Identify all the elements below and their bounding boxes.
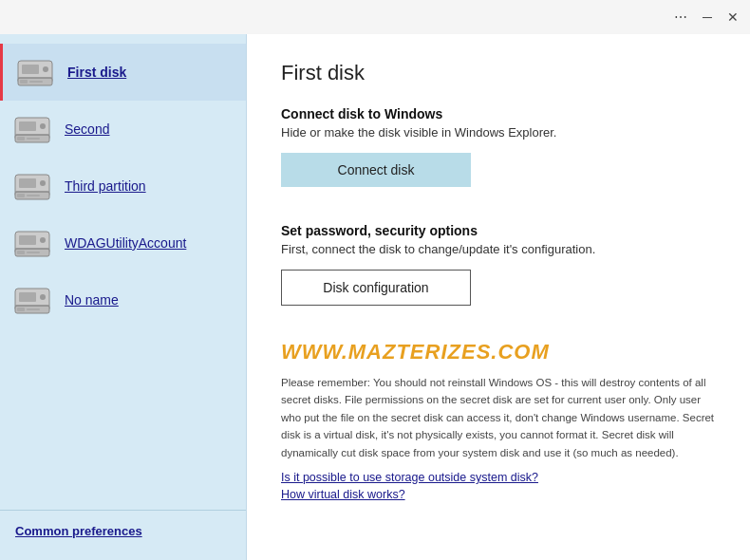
sidebar-label-wdag: WDAGUtilityAccount (65, 235, 186, 251)
sidebar-label-no-name: No name (65, 292, 119, 308)
sidebar: First disk Second (0, 34, 247, 560)
svg-rect-5 (20, 80, 28, 84)
svg-rect-3 (43, 66, 48, 72)
disk-icon-first (14, 53, 56, 91)
close-button[interactable]: ✕ (727, 10, 739, 24)
more-button[interactable]: ⋯ (674, 10, 687, 24)
sidebar-label-third-partition: Third partition (65, 178, 146, 194)
sidebar-item-no-name[interactable]: No name (0, 271, 246, 328)
sidebar-item-second[interactable]: Second (0, 101, 246, 158)
svg-rect-24 (40, 237, 46, 243)
disk-icon-noname (11, 281, 53, 319)
svg-rect-30 (19, 292, 36, 302)
config-section: Set password, security options First, co… (281, 223, 716, 306)
config-section-desc: First, connect the disk to change/update… (281, 242, 716, 256)
svg-rect-17 (40, 180, 46, 186)
svg-rect-20 (27, 195, 40, 196)
sidebar-item-first-disk[interactable]: First disk (0, 44, 246, 101)
watermark: WWW.MAZTERIZES.COM (281, 340, 716, 364)
app-container: First disk Second (0, 34, 750, 560)
disk-icon-third (11, 167, 53, 205)
virtual-disk-link[interactable]: How virtual disk works? (281, 488, 716, 501)
sidebar-item-wdag[interactable]: WDAGUtilityAccount (0, 215, 246, 271)
svg-rect-16 (19, 178, 36, 188)
svg-rect-26 (17, 251, 25, 254)
connect-section: Connect disk to Windows Hide or make the… (281, 106, 716, 187)
connect-section-desc: Hide or make the disk visible in Windows… (281, 125, 716, 140)
sidebar-item-third-partition[interactable]: Third partition (0, 158, 246, 215)
disk-configuration-button[interactable]: Disk configuration (281, 270, 471, 306)
sidebar-label-first-disk: First disk (67, 65, 126, 80)
svg-rect-10 (40, 123, 46, 129)
notice-text: Please remember: You should not reinstal… (281, 374, 716, 461)
svg-rect-34 (27, 308, 40, 310)
page-title: First disk (281, 61, 716, 85)
storage-link[interactable]: Is it possible to use storage outside sy… (281, 471, 716, 484)
main-content: First disk Connect disk to Windows Hide … (247, 34, 750, 560)
svg-rect-6 (29, 81, 43, 83)
svg-rect-23 (19, 235, 36, 245)
config-section-title: Set password, security options (281, 223, 716, 238)
svg-rect-19 (17, 194, 25, 197)
connect-disk-button[interactable]: Connect disk (281, 153, 471, 187)
svg-rect-12 (17, 137, 25, 140)
sidebar-bottom: Common preferences (0, 510, 246, 551)
disk-icon-wdag (11, 224, 53, 262)
svg-rect-27 (27, 252, 40, 253)
sidebar-label-second: Second (65, 121, 109, 137)
connect-section-title: Connect disk to Windows (281, 106, 716, 121)
common-preferences-link[interactable]: Common preferences (15, 524, 142, 538)
svg-rect-33 (17, 308, 25, 311)
svg-rect-2 (22, 65, 39, 74)
disk-icon-second (11, 110, 53, 148)
title-bar: ⋯ ─ ✕ (0, 0, 750, 34)
svg-rect-9 (19, 121, 36, 131)
svg-rect-13 (27, 138, 40, 140)
svg-rect-31 (40, 294, 46, 300)
minimize-button[interactable]: ─ (703, 10, 712, 24)
